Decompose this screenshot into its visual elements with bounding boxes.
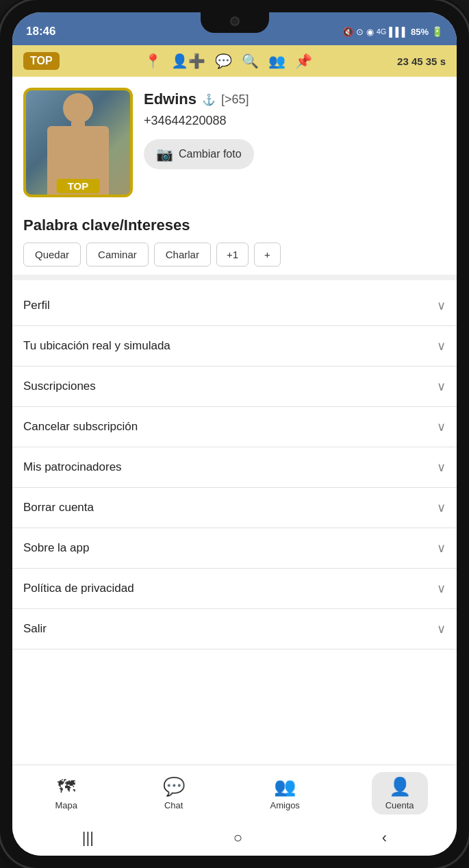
friends-icon: 👥 [274,776,296,797]
keyword-chip-quedar[interactable]: Quedar [23,243,81,266]
chevron-down-icon-borrar: ∨ [437,500,446,515]
accordion-label-perfil: Perfil [23,299,50,312]
accordion-privacidad[interactable]: Política de privacidad ∨ [12,569,457,609]
map-icon: 🗺 [58,776,75,797]
app-topbar: TOP 📍 👤➕ 💬 🔍 👥 📌 23 45 35 s [12,45,457,77]
accordion-label-suscripciones: Suscripciones [23,380,96,393]
profile-name: Edwins [144,90,197,108]
location-status-icon: ⊙ [356,27,364,37]
avatar-top-badge: TOP [57,179,100,193]
accordion-label-privacidad: Política de privacidad [23,582,134,595]
add-person-icon[interactable]: 👤➕ [171,53,205,69]
phone-screen: 18:46 🔇 ⊙ ◉ 4G ▌▌▌ 85% 🔋 TOP 📍 👤➕ 💬 🔍 👥 … [12,12,457,856]
chevron-down-icon-sobre: ∨ [437,541,446,556]
profile-section: TOP Edwins ⚓ [>65] +34644220088 📷 Cambia… [12,77,457,208]
accordion-perfil[interactable]: Perfil ∨ [12,286,457,326]
system-nav: ||| ○ ‹ [12,820,457,856]
profile-name-row: Edwins ⚓ [>65] [144,90,446,108]
main-content: TOP Edwins ⚓ [>65] +34644220088 📷 Cambia… [12,77,457,765]
accordion-label-salir: Salir [23,622,47,636]
accordion-label-sobre: Sobre la app [23,541,89,555]
search-person-icon[interactable]: 🔍 [242,53,259,69]
nav-item-chat[interactable]: 💬 Chat [149,772,199,815]
accordion-patrocinadores[interactable]: Mis patrocinadores ∨ [12,447,457,488]
nav-item-cuenta[interactable]: 👤 Cuenta [372,772,428,815]
chevron-down-icon-suscripciones: ∨ [437,379,446,394]
keyword-chip-add[interactable]: + [254,243,281,266]
camera-icon: 📷 [156,146,173,162]
accordion-label-cancelar: Cancelar subscripción [23,420,138,434]
accordion-cancelar[interactable]: Cancelar subscripción ∨ [12,407,457,447]
keyword-chip-charlar[interactable]: Charlar [154,243,211,266]
accordion-salir[interactable]: Salir ∨ [12,609,457,649]
profile-info: Edwins ⚓ [>65] +34644220088 📷 Cambiar fo… [144,88,446,169]
back-button[interactable]: ‹ [382,829,387,847]
location-pin-icon[interactable]: 📍 [144,53,162,69]
accordion-suscripciones[interactable]: Suscripciones ∨ [12,367,457,407]
chevron-down-icon-ubicacion: ∨ [437,338,446,354]
accordion-label-borrar: Borrar cuenta [23,501,94,514]
accordion-section: Perfil ∨ Tu ubicación real y simulada ∨ … [12,286,457,649]
nav-item-amigos[interactable]: 👥 Amigos [257,772,314,815]
home-button[interactable]: ○ [233,829,242,847]
accordion-sobre[interactable]: Sobre la app ∨ [12,528,457,569]
location-alt-icon[interactable]: 📌 [295,53,312,69]
accordion-label-ubicacion: Tu ubicación real y simulada [23,339,170,353]
topbar-timer: 23 45 35 s [397,55,446,67]
chevron-down-icon-perfil: ∨ [437,298,446,313]
nav-label-chat: Chat [164,800,183,810]
recent-apps-button[interactable]: ||| [82,829,94,847]
network-status-icon: 4G [377,27,387,36]
nav-label-cuenta: Cuenta [385,800,414,810]
avatar-container[interactable]: TOP [23,88,133,197]
battery-percent: 85% [411,27,429,37]
chevron-down-icon-privacidad: ∨ [437,581,446,596]
signal-icon: ▌▌▌ [389,27,408,37]
nav-label-mapa: Mapa [55,800,77,810]
keyword-chip-more[interactable]: +1 [216,243,249,266]
status-time: 18:46 [26,25,55,38]
vpn-status-icon: ◉ [366,27,374,37]
nav-label-amigos: Amigos [270,800,300,810]
chat-icon: 💬 [163,776,185,797]
change-photo-label: Cambiar foto [179,148,242,160]
change-photo-button[interactable]: 📷 Cambiar foto [144,139,254,169]
camera-cutout [201,12,269,33]
account-icon: 👤 [389,776,411,797]
bottom-nav: 🗺 Mapa 💬 Chat 👥 Amigos 👤 Cuenta [12,765,457,820]
group-icon[interactable]: 👥 [268,53,286,69]
status-icons: 🔇 ⊙ ◉ 4G ▌▌▌ 85% 🔋 [342,26,443,37]
divider-space [12,275,457,280]
phone-frame: 18:46 🔇 ⊙ ◉ 4G ▌▌▌ 85% 🔋 TOP 📍 👤➕ 💬 🔍 👥 … [0,0,469,868]
chat-bubble-icon[interactable]: 💬 [215,53,232,69]
chevron-down-icon-patrocinadores: ∨ [437,460,446,475]
chevron-down-icon-salir: ∨ [437,621,446,636]
mute-icon: 🔇 [342,27,353,37]
profile-phone: +34644220088 [144,114,446,128]
camera-dot [230,16,240,26]
top-badge: TOP [23,52,60,70]
keywords-section: Palabra clave/Intereses Quedar Caminar C… [12,208,457,275]
battery-icon: 🔋 [431,26,443,37]
keywords-list: Quedar Caminar Charlar +1 + [23,243,446,266]
profile-rank-icon: ⚓ [202,93,216,106]
accordion-borrar[interactable]: Borrar cuenta ∨ [12,488,457,528]
accordion-ubicacion[interactable]: Tu ubicación real y simulada ∨ [12,326,457,367]
topbar-icons: 📍 👤➕ 💬 🔍 👥 📌 [144,53,312,69]
keywords-title: Palabra clave/Intereses [23,216,446,234]
chevron-down-icon-cancelar: ∨ [437,419,446,434]
nav-item-mapa[interactable]: 🗺 Mapa [41,772,91,815]
accordion-label-patrocinadores: Mis patrocinadores [23,460,122,474]
keyword-chip-caminar[interactable]: Caminar [86,243,149,266]
profile-age: [>65] [221,92,249,107]
